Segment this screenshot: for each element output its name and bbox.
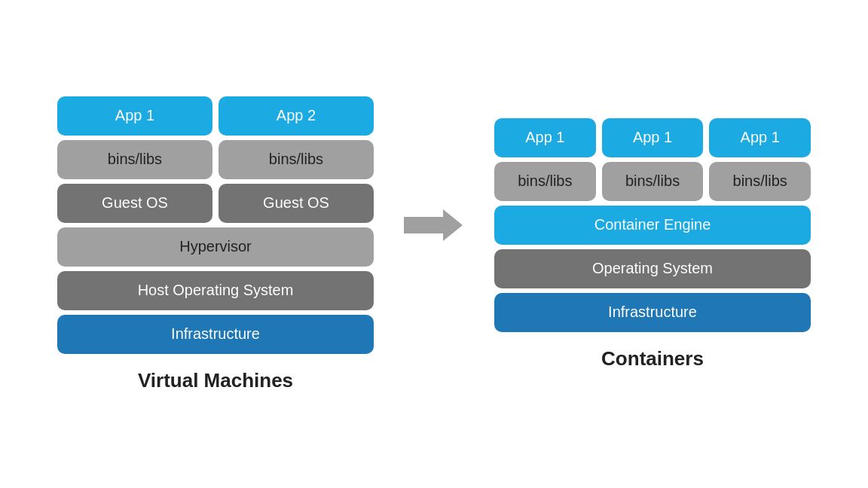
main-layout: App 1 App 2 bins/libs bins/libs Guest OS — [0, 81, 868, 407]
vm-guestos-row: Guest OS Guest OS — [57, 184, 374, 223]
vm-infra-block: Infrastructure — [57, 315, 374, 354]
cnt-bins2-label: bins/libs — [625, 172, 680, 190]
cnt-infra-row: Infrastructure — [494, 293, 811, 332]
cnt-app-row: App 1 App 1 App 1 — [494, 118, 811, 157]
cnt-app2-block: App 1 — [602, 118, 704, 157]
vm-app1-label: App 1 — [115, 107, 154, 124]
cnt-app2-label: App 1 — [633, 129, 672, 146]
vm-bins-row: bins/libs bins/libs — [57, 140, 374, 179]
vm-section-label: Virtual Machines — [138, 369, 293, 392]
vm-section: App 1 App 2 bins/libs bins/libs Guest OS — [57, 96, 374, 392]
vm-app2-label: App 2 — [277, 107, 316, 124]
vm-hostos-label: Host Operating System — [138, 282, 294, 299]
cnt-bins3-block: bins/libs — [709, 162, 811, 201]
vm-guestos2-label: Guest OS — [263, 194, 329, 212]
cnt-app3-label: App 1 — [741, 129, 780, 146]
vm-hypervisor-label: Hypervisor — [179, 238, 252, 255]
arrow-container — [404, 206, 464, 282]
vm-bins2-block: bins/libs — [219, 140, 374, 179]
cnt-os-block: Operating System — [494, 249, 811, 288]
vm-hypervisor-row: Hypervisor — [57, 227, 374, 267]
vm-app1-block: App 1 — [57, 96, 212, 136]
containers-section: App 1 App 1 App 1 bins/libs bins/libs — [494, 118, 811, 371]
vm-hypervisor-block: Hypervisor — [57, 227, 374, 267]
containers-stack: App 1 App 1 App 1 bins/libs bins/libs — [494, 118, 811, 332]
cnt-bins1-block: bins/libs — [494, 162, 596, 201]
vm-guestos1-label: Guest OS — [102, 194, 168, 212]
cnt-infra-block: Infrastructure — [494, 293, 811, 332]
vm-hostos-block: Host Operating System — [57, 271, 374, 310]
cnt-os-label: Operating System — [592, 260, 713, 277]
cnt-infra-label: Infrastructure — [608, 303, 697, 321]
cnt-engine-row: Container Engine — [494, 206, 811, 245]
vm-hostos-row: Host Operating System — [57, 271, 374, 310]
svg-marker-0 — [404, 209, 463, 241]
vm-infra-row: Infrastructure — [57, 315, 374, 354]
vm-app-row: App 1 App 2 — [57, 96, 374, 136]
vm-guestos2-block: Guest OS — [219, 184, 374, 223]
vm-stack: App 1 App 2 bins/libs bins/libs Guest OS — [57, 96, 374, 354]
cnt-bins2-block: bins/libs — [602, 162, 704, 201]
cnt-os-row: Operating System — [494, 249, 811, 288]
vm-guestos1-block: Guest OS — [57, 184, 212, 223]
arrow-icon — [404, 206, 464, 244]
vm-app2-block: App 2 — [219, 96, 374, 136]
vm-infra-label: Infrastructure — [171, 325, 260, 343]
vm-bins1-block: bins/libs — [57, 140, 212, 179]
containers-section-label: Containers — [601, 347, 704, 371]
cnt-bins-row: bins/libs bins/libs bins/libs — [494, 162, 811, 201]
cnt-app3-block: App 1 — [709, 118, 811, 157]
cnt-engine-label: Container Engine — [594, 216, 711, 233]
cnt-app1-label: App 1 — [525, 129, 564, 146]
vm-bins2-label: bins/libs — [269, 151, 323, 168]
cnt-bins3-label: bins/libs — [733, 172, 787, 190]
cnt-app1-block: App 1 — [494, 118, 596, 157]
vm-bins1-label: bins/libs — [108, 151, 162, 168]
cnt-engine-block: Container Engine — [494, 206, 811, 245]
cnt-bins1-label: bins/libs — [518, 172, 572, 190]
